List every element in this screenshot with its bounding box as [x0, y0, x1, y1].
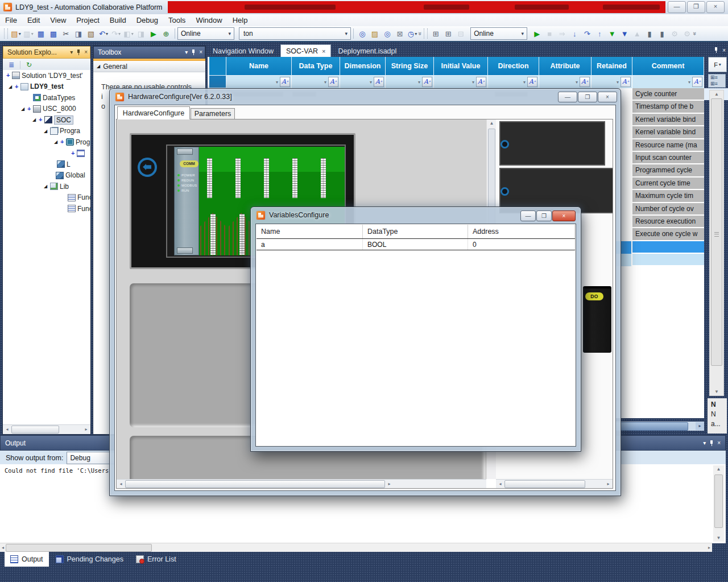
save-all-icon[interactable]: ▩	[48, 28, 59, 39]
toolbox-header[interactable]: Toolbox ▾ ×	[93, 46, 205, 59]
comment-cell[interactable]: Programmed cycle	[631, 164, 704, 177]
grid-filter-cell[interactable]: ▾ A	[434, 76, 488, 88]
solution-explorer-hscrollbar[interactable]: ◂▸	[3, 424, 90, 434]
tab-close-icon[interactable]: ×	[322, 48, 325, 55]
menu-item[interactable]: Tools	[163, 15, 191, 26]
tree-item[interactable]: ◢ + Prog	[3, 137, 90, 148]
hw-close-button[interactable]: ×	[598, 92, 617, 102]
close-icon[interactable]: ×	[84, 49, 88, 55]
panel-menu-icon[interactable]: ▾	[185, 49, 188, 55]
tree-item[interactable]: L	[3, 159, 90, 170]
right-panel-vscrollbar[interactable]: ▲ ▼	[709, 90, 724, 396]
filter-dropdown-icon[interactable]: ▾	[472, 80, 474, 85]
rack-thumbnail[interactable]	[499, 121, 605, 166]
build-all-icon[interactable]: ⊞	[442, 28, 454, 39]
bottom-tab-output[interactable]: Output	[5, 552, 49, 567]
grid-row[interactable]: Timestamp of the b	[611, 101, 704, 113]
grid-column-header[interactable]: Dimension	[340, 57, 386, 76]
grid-column-header[interactable]: Comment	[632, 57, 704, 76]
minimize-button[interactable]: —	[668, 1, 686, 13]
comment-cell[interactable]	[631, 241, 704, 254]
new-item-icon[interactable]: ▤▾	[10, 28, 22, 39]
right-panel-dropdown[interactable]: F	[708, 57, 727, 72]
comment-cell[interactable]: Cycle counter	[631, 88, 704, 101]
online-mode-select-2[interactable]: Online	[470, 27, 527, 40]
grid-row[interactable]: Execute one cycle w	[611, 228, 704, 241]
pin-icon[interactable]	[709, 440, 714, 447]
comment-cell[interactable]: Execute one cycle w	[631, 228, 704, 241]
redo-icon[interactable]: ↷▾	[110, 28, 122, 39]
filter-font-icon[interactable]: A	[374, 77, 384, 87]
tree-item[interactable]: Func	[3, 192, 90, 204]
menu-item[interactable]: Build	[105, 15, 131, 26]
view-code-icon[interactable]: ◧▾	[123, 28, 134, 39]
variables-column-header[interactable]: Address	[468, 225, 575, 238]
scroll-right-icon[interactable]: ▸	[708, 545, 712, 550]
step-out-icon[interactable]: ↑	[594, 28, 605, 39]
pin-icon[interactable]	[714, 47, 718, 53]
properties-icon[interactable]: ≣	[5, 59, 18, 71]
history-clock-icon[interactable]: ◷▾	[407, 28, 418, 39]
search-combobox[interactable]	[239, 27, 351, 40]
solution-explorer-header[interactable]: Solution Explo... ▾ ×	[3, 46, 90, 59]
copy-icon[interactable]: ◨	[73, 28, 84, 39]
hw-minimize-button[interactable]: —	[558, 92, 577, 102]
vars-close-button[interactable]: ×	[552, 210, 576, 221]
close-icon[interactable]: ×	[717, 440, 721, 446]
build-icon[interactable]: ⊞	[430, 28, 441, 39]
tree-item[interactable]: ◢ + SOC	[3, 114, 90, 126]
grid-column-header[interactable]: Retained	[592, 57, 632, 76]
module-a-icon[interactable]: ▮	[644, 28, 655, 39]
grid-row[interactable]: Cycle counter	[611, 88, 704, 101]
output-hscrollbar[interactable]: ◂ ▸	[0, 543, 712, 552]
tree-item[interactable]: ◢ + LDY9_test	[3, 81, 90, 93]
grid-row[interactable]	[611, 241, 704, 254]
grid-hscroll-right-icon[interactable]: ▸	[696, 422, 704, 430]
search-input[interactable]	[242, 29, 330, 38]
download-online-icon[interactable]: ▼	[606, 28, 618, 39]
tree-item[interactable]: + Solution 'LDY9_test'	[3, 70, 90, 81]
expander-icon[interactable]: ◢	[32, 117, 39, 122]
tree-item[interactable]: +	[3, 148, 90, 159]
grid-filter-cell[interactable]: ▾ A	[340, 76, 386, 88]
filter-dropdown-icon[interactable]: ▾	[576, 80, 578, 85]
grid-column-header[interactable]: Initial Value	[434, 57, 488, 76]
hw-restore-button[interactable]: ❐	[578, 92, 597, 102]
close-icon[interactable]: ×	[199, 49, 202, 55]
online-mode-select[interactable]: Online	[177, 27, 234, 40]
save-icon[interactable]: ▦	[35, 28, 47, 39]
grid-filter-cell[interactable]: ▾ A	[632, 76, 704, 88]
variables-column-header[interactable]: Name	[257, 225, 363, 238]
pin-icon[interactable]	[76, 49, 81, 56]
filter-dropdown-icon[interactable]: ▾	[688, 80, 690, 85]
tree-item[interactable]: ◢ + USC_8000	[3, 104, 90, 115]
grid-filter-cell[interactable]: ▾ A	[539, 76, 592, 88]
menu-item[interactable]: File	[0, 15, 22, 26]
comment-cell[interactable]: Number of cycle ov	[631, 203, 704, 216]
grid-row[interactable]	[611, 254, 704, 266]
canvas-hscrollbar[interactable]: ◂▸	[117, 479, 486, 489]
attach-process-icon[interactable]: ⊕	[160, 28, 172, 39]
grid-column-header[interactable]: String Size	[386, 57, 434, 76]
grid-column-header[interactable]: Data Type	[292, 57, 340, 76]
group-expander-icon[interactable]: ◢	[97, 64, 100, 69]
menu-item[interactable]: Window	[191, 15, 227, 26]
toolbox-group-general[interactable]: ◢ General	[93, 61, 205, 72]
menu-item[interactable]: Edit	[22, 15, 45, 26]
filter-font-icon[interactable]: A	[476, 77, 486, 87]
tab-soc-var[interactable]: SOC-VAR ×	[280, 44, 331, 57]
variable-name-cell[interactable]: a	[257, 239, 363, 250]
upload-icon[interactable]: ▲	[631, 28, 643, 39]
expander-icon[interactable]: ◢	[44, 184, 50, 189]
toolbar-overflow-icon[interactable]: »	[417, 32, 424, 35]
cpu-module[interactable]: COMM POWER	[174, 147, 199, 255]
tree-item[interactable]: ◢ Lib	[3, 181, 90, 192]
expander-icon[interactable]: ◢	[44, 129, 50, 134]
scroll-up-icon[interactable]: ▲	[710, 92, 723, 97]
comment-cell[interactable]: Current cycle time	[631, 178, 704, 190]
tab-navigation-window[interactable]: Navigation Window	[208, 45, 279, 57]
filter-font-icon[interactable]: A	[328, 77, 338, 87]
cut-icon[interactable]: ✂	[60, 28, 72, 39]
scroll-thumb[interactable]	[711, 98, 722, 366]
panel-menu-icon[interactable]: ▾	[70, 49, 73, 55]
